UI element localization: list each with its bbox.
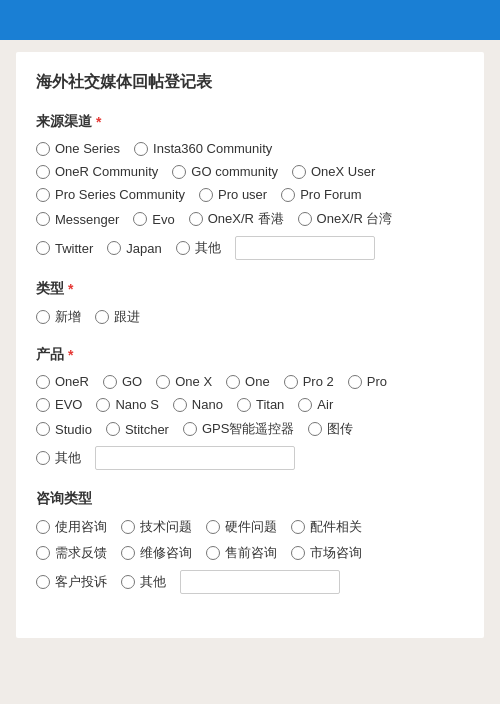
product-other-input[interactable] (95, 446, 295, 470)
option-repair[interactable]: 维修咨询 (121, 544, 192, 562)
option-titan[interactable]: Titan (237, 397, 284, 412)
option-inquiry-other[interactable]: 其他 (121, 573, 166, 591)
option-tech-issue[interactable]: 技术问题 (121, 518, 192, 536)
option-feedback[interactable]: 需求反馈 (36, 544, 107, 562)
option-pro-user[interactable]: Pro user (199, 187, 267, 202)
source-row-5: Twitter Japan 其他 (36, 236, 464, 260)
option-evo[interactable]: Evo (133, 212, 174, 227)
option-go-community[interactable]: GO community (172, 164, 278, 179)
option-hardware-issue[interactable]: 硬件问题 (206, 518, 277, 536)
product-row-3: Studio Stitcher GPS智能遥控器 图传 (36, 420, 464, 438)
option-go[interactable]: GO (103, 374, 142, 389)
option-product-other[interactable]: 其他 (36, 449, 81, 467)
form-container: 海外社交媒体回帖登记表 来源渠道 * One Series Insta360 C… (16, 52, 484, 638)
option-one-x[interactable]: One X (156, 374, 212, 389)
option-followup[interactable]: 跟进 (95, 308, 140, 326)
source-row-1: One Series Insta360 Community (36, 141, 464, 156)
option-oner[interactable]: OneR (36, 374, 89, 389)
source-row-4: Messenger Evo OneX/R 香港 OneX/R 台湾 (36, 210, 464, 228)
option-presale[interactable]: 售前咨询 (206, 544, 277, 562)
section-type-label: 类型 * (36, 280, 464, 298)
option-onexr-tw[interactable]: OneX/R 台湾 (298, 210, 393, 228)
option-market[interactable]: 市场咨询 (291, 544, 362, 562)
option-evo-prod[interactable]: EVO (36, 397, 82, 412)
option-nano[interactable]: Nano (173, 397, 223, 412)
option-messenger[interactable]: Messenger (36, 212, 119, 227)
option-nano-s[interactable]: Nano S (96, 397, 158, 412)
header-bar (0, 0, 500, 40)
section-inquiry-label: 咨询类型 (36, 490, 464, 508)
section-source: 来源渠道 * One Series Insta360 Community One… (36, 113, 464, 260)
section-type: 类型 * 新增 跟进 (36, 280, 464, 326)
option-onexr-hk[interactable]: OneX/R 香港 (189, 210, 284, 228)
inquiry-row-1: 使用咨询 技术问题 硬件问题 配件相关 (36, 518, 464, 536)
product-row-2: EVO Nano S Nano Titan Air (36, 397, 464, 412)
option-oner-community[interactable]: OneR Community (36, 164, 158, 179)
option-pro2[interactable]: Pro 2 (284, 374, 334, 389)
option-japan[interactable]: Japan (107, 241, 161, 256)
product-row-1: OneR GO One X One Pro 2 Pro (36, 374, 464, 389)
option-one[interactable]: One (226, 374, 270, 389)
option-insta360-community[interactable]: Insta360 Community (134, 141, 272, 156)
option-air[interactable]: Air (298, 397, 333, 412)
option-twitter[interactable]: Twitter (36, 241, 93, 256)
inquiry-other-input[interactable] (180, 570, 340, 594)
source-row-3: Pro Series Community Pro user Pro Forum (36, 187, 464, 202)
option-pro[interactable]: Pro (348, 374, 387, 389)
option-pro-forum[interactable]: Pro Forum (281, 187, 361, 202)
section-source-label: 来源渠道 * (36, 113, 464, 131)
source-other-input[interactable] (235, 236, 375, 260)
section-inquiry: 咨询类型 使用咨询 技术问题 硬件问题 配件相关 需求反馈 (36, 490, 464, 594)
form-title: 海外社交媒体回帖登记表 (36, 72, 464, 93)
option-source-other[interactable]: 其他 (176, 239, 221, 257)
source-row-2: OneR Community GO community OneX User (36, 164, 464, 179)
option-gps-remote[interactable]: GPS智能遥控器 (183, 420, 294, 438)
option-stitcher[interactable]: Stitcher (106, 422, 169, 437)
inquiry-row-2: 需求反馈 维修咨询 售前咨询 市场咨询 (36, 544, 464, 562)
option-tutrans[interactable]: 图传 (308, 420, 353, 438)
option-complaint[interactable]: 客户投诉 (36, 573, 107, 591)
section-product-label: 产品 * (36, 346, 464, 364)
product-row-4: 其他 (36, 446, 464, 470)
option-one-series[interactable]: One Series (36, 141, 120, 156)
option-studio[interactable]: Studio (36, 422, 92, 437)
option-accessory[interactable]: 配件相关 (291, 518, 362, 536)
option-new[interactable]: 新增 (36, 308, 81, 326)
option-usage-consult[interactable]: 使用咨询 (36, 518, 107, 536)
option-onex-user[interactable]: OneX User (292, 164, 375, 179)
inquiry-row-3: 客户投诉 其他 (36, 570, 464, 594)
type-row-1: 新增 跟进 (36, 308, 464, 326)
section-product: 产品 * OneR GO One X One Pro 2 (36, 346, 464, 470)
option-pro-series-community[interactable]: Pro Series Community (36, 187, 185, 202)
